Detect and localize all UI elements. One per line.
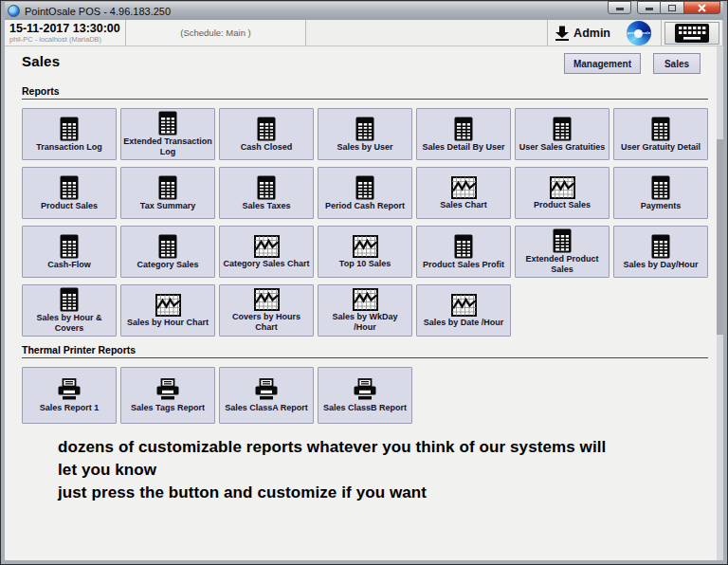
chart-icon	[353, 235, 378, 258]
sales-classb-report-button[interactable]: Sales ClassB Report	[318, 367, 412, 424]
page-title: Sales	[18, 53, 60, 69]
table-report-icon	[553, 117, 572, 141]
pointosale-logo-icon: point o sale	[627, 21, 651, 46]
sales-tags-report-button[interactable]: Sales Tags Report	[120, 367, 215, 424]
app-window: PointOsale POS - 4.96.183.250	[0, 0, 728, 565]
brand-logo: point o sale	[617, 20, 661, 46]
logo-text: point o sale	[628, 30, 651, 35]
extended-product-sales-button[interactable]: Extended Product Sales	[515, 226, 610, 278]
status-bar: 15-11-2017 13:30:00 phil-PC - localhost …	[5, 20, 723, 46]
titlebar[interactable]: PointOsale POS - 4.96.183.250	[5, 2, 723, 20]
tax-summary-button[interactable]: Tax Summary	[120, 167, 215, 219]
window-controls	[608, 1, 720, 14]
cash-flow-button[interactable]: Cash-Flow	[22, 226, 117, 278]
datetime-panel: 15-11-2017 13:30:00 phil-PC - localhost …	[5, 20, 126, 46]
table-report-icon	[257, 117, 276, 141]
category-sales-chart-button[interactable]: Category Sales Chart	[219, 226, 314, 278]
sales-chart-button[interactable]: Sales Chart	[416, 167, 511, 219]
section-divider	[22, 357, 708, 358]
user-sales-gratuities-button[interactable]: User Sales Gratuities	[515, 108, 610, 160]
product-sales-button[interactable]: Product Sales	[22, 167, 117, 219]
header-spacer	[306, 20, 548, 46]
sales-by-hour-covers-button[interactable]: Sales by Hour & Covers	[22, 284, 117, 337]
chart-icon	[353, 288, 378, 311]
table-report-icon	[60, 234, 79, 259]
product-sales-profit-button[interactable]: Product Sales Profit	[416, 226, 511, 278]
user-gratuity-detail-button[interactable]: User Gratuity Detail	[613, 108, 708, 160]
close-icon	[698, 4, 706, 12]
table-report-icon	[651, 175, 670, 200]
printer-icon	[57, 378, 82, 400]
table-report-icon	[158, 175, 177, 200]
sales-report-1-button[interactable]: Sales Report 1	[22, 367, 117, 424]
note-line: let you know	[58, 459, 714, 482]
table-report-icon	[60, 287, 79, 312]
period-cash-report-button[interactable]: Period Cash Report	[318, 167, 412, 219]
extended-transaction-log-button[interactable]: Extended Transaction Log	[120, 108, 215, 160]
minimize-button[interactable]	[637, 1, 661, 14]
maximize-icon	[668, 5, 676, 11]
sales-by-user-button[interactable]: Sales by User	[318, 108, 412, 160]
window-title: PointOsale POS - 4.96.183.250	[25, 6, 171, 17]
sales-taxes-button[interactable]: Sales Taxes	[219, 167, 314, 219]
table-report-icon	[454, 234, 473, 259]
sales-by-date-hour-button[interactable]: Sales by Date /Hour	[416, 284, 511, 337]
schedule-text: (Schedule: Main )	[180, 27, 250, 38]
covers-by-hours-chart-button[interactable]: Covers by Hours Chart	[219, 284, 314, 337]
keyboard-icon	[675, 24, 709, 43]
minimize-icon	[646, 8, 653, 10]
sales-by-wkday-hour-button[interactable]: Sales by WkDay /Hour	[318, 284, 412, 337]
thermal-reports-grid: Sales Report 1 Sales Tags Report Sales C…	[22, 367, 708, 424]
table-report-icon	[651, 117, 670, 141]
admin-label: Admin	[573, 27, 610, 40]
chart-icon	[451, 176, 477, 199]
sales-classa-report-button[interactable]: Sales ClassA Report	[219, 367, 314, 424]
close-button[interactable]	[684, 1, 720, 14]
chart-icon	[451, 294, 477, 317]
table-report-icon	[60, 175, 79, 200]
table-report-icon	[553, 228, 572, 253]
payments-button[interactable]: Payments	[613, 167, 708, 219]
table-report-icon	[60, 117, 79, 141]
note-line: dozens of customizable reports whatever …	[58, 436, 714, 459]
printer-icon	[155, 378, 180, 400]
printer-icon	[353, 378, 377, 400]
chart-icon	[550, 176, 575, 199]
top-10-sales-button[interactable]: Top 10 Sales	[318, 226, 412, 278]
table-report-icon	[257, 175, 276, 200]
sales-tab-button[interactable]: Sales	[653, 53, 701, 74]
vertical-scrollbar[interactable]	[717, 46, 723, 560]
admin-button[interactable]: Admin	[548, 20, 617, 46]
maximize-button[interactable]	[661, 1, 684, 14]
management-tab-button[interactable]: Management	[564, 53, 641, 74]
host-text: phil-PC - localhost (MariaDB)	[9, 35, 120, 44]
chart-icon	[155, 294, 181, 317]
reports-grid: Transaction Log Extended Transaction Log…	[22, 108, 708, 337]
datetime-text: 15-11-2017 13:30:00	[9, 22, 120, 35]
app-logo-icon	[8, 5, 20, 17]
table-report-icon	[651, 234, 670, 259]
transaction-log-button[interactable]: Transaction Log	[22, 108, 117, 160]
marketing-note: dozens of customizable reports whatever …	[58, 436, 714, 504]
sales-detail-by-user-button[interactable]: Sales Detail By User	[416, 108, 511, 160]
thermal-section-label: Thermal Printer Reports	[22, 344, 714, 355]
sales-by-day-hour-button[interactable]: Sales by Day/Hour	[613, 226, 708, 278]
keyboard-button[interactable]	[664, 22, 719, 45]
dash-icon	[616, 8, 624, 10]
product-sales-button[interactable]: Product Sales	[515, 167, 610, 219]
printer-icon	[254, 378, 279, 400]
section-divider	[22, 99, 708, 100]
sales-by-hour-chart-button[interactable]: Sales by Hour Chart	[120, 284, 215, 337]
main-content: Sales Management Sales Reports Transacti…	[5, 46, 723, 560]
category-sales-button[interactable]: Category Sales	[120, 226, 215, 278]
table-report-icon	[158, 234, 177, 259]
download-arrow-icon	[555, 26, 570, 41]
note-line: just press the button and customize if y…	[58, 482, 714, 504]
cash-closed-button[interactable]: Cash Closed	[219, 108, 314, 160]
titlebar-extra-button[interactable]	[608, 1, 631, 14]
table-report-icon	[158, 111, 177, 136]
chart-icon	[254, 288, 280, 311]
table-report-icon	[454, 117, 473, 141]
reports-section-label: Reports	[22, 85, 714, 97]
schedule-panel: (Schedule: Main )	[126, 20, 306, 46]
